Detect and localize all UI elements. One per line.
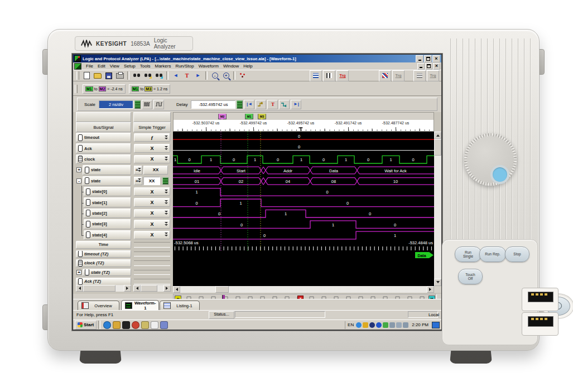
scroll-right-button[interactable] [124,285,131,292]
scroll-right-button[interactable] [163,285,171,292]
new-file-button[interactable] [81,71,92,80]
trigger-value-button[interactable]: X [134,155,170,163]
menu-item-view[interactable]: View [108,64,122,69]
signal-label-button-state4[interactable]: state[4] [84,230,131,240]
scroll-right-button[interactable] [427,286,434,293]
run-status-button[interactable] [379,70,391,81]
next-marker-button[interactable]: ► [193,71,203,80]
menu-item-tools[interactable]: Tools [138,64,153,69]
waveform-canvas[interactable]: 00101010101010IdleStartAddrDataWait for … [173,132,434,286]
prev-edge-button[interactable] [256,100,266,109]
dropdown-chevron-icon[interactable] [165,190,168,194]
trigger-scrollbar[interactable] [133,285,171,292]
tab-listing-1[interactable]: Listing-1 [160,301,200,310]
dropdown-chevron-icon[interactable] [165,233,168,237]
trigger-value-button[interactable]: X [134,220,170,228]
scroll-left-button[interactable] [133,285,141,292]
trigger-disabled-button-2[interactable]: Trg [427,70,439,81]
toolbar-grip[interactable] [76,71,79,80]
signal-label-button-state2[interactable]: state[2] [84,209,131,218]
find-prev-button[interactable] [154,71,164,80]
shield-icon[interactable] [363,322,368,328]
signal-label-button-Time[interactable]: Time [76,241,131,249]
scroll-thumb[interactable] [215,286,229,293]
scroll-left-button[interactable] [76,285,83,292]
goto-begin-button[interactable]: |◄ [244,100,254,109]
child-close-button[interactable] [433,63,440,70]
dropdown-chevron-icon[interactable] [165,200,168,205]
trigger-pattern-button[interactable]: XX [143,166,168,174]
zoom-out-button[interactable]: - [210,71,220,80]
expand-plus-icon[interactable]: + [76,167,81,172]
folder-icon[interactable] [113,321,121,329]
trigger-value-button[interactable]: X [134,231,170,239]
internet-explorer-icon[interactable] [103,321,111,329]
flag-icon[interactable] [389,322,395,328]
signal-label-button-clockTZ[interactable]: clock (TZ) [76,259,131,267]
scroll-thumb[interactable] [141,285,157,292]
status-button[interactable]: Status... [209,311,234,319]
signal-label-button-timeoutTZ[interactable]: timeout (TZ) [76,250,131,258]
menu-item-help[interactable]: Help [241,64,254,69]
usb-icon[interactable] [383,322,388,328]
update-icon[interactable] [356,322,362,328]
tab-waveform-1[interactable]: Waveform-1 [121,300,159,310]
display-icon[interactable] [432,322,440,328]
prev-marker-button[interactable]: ◄ [171,71,181,80]
save-button[interactable] [104,71,114,80]
signal-label-button-state[interactable]: state [83,176,131,186]
list-tool-button[interactable] [413,70,426,81]
goto-end-button[interactable]: ►| [291,100,301,109]
dropdown-chevron-icon[interactable] [165,222,168,226]
signal-label-button-clock[interactable]: clock [76,154,131,164]
goto-trigger-delay-button[interactable]: T [267,100,278,109]
trigger-value-button[interactable]: X [134,198,170,206]
signal-label-button-stateTZ[interactable]: state (TZ) [83,269,131,277]
signal-label-button-state1[interactable]: state[1] [84,197,131,207]
collapse-minus-icon[interactable]: - [76,178,81,183]
marker-tag-m2[interactable]: M2 [218,114,227,119]
window-icon[interactable] [151,321,158,329]
delay-input[interactable]: -532.495742 us [191,100,235,109]
signal-label-button-state[interactable]: state [83,165,131,175]
dropdown-chevron-icon[interactable] [138,178,141,183]
menu-item-markers[interactable]: Markers [152,64,173,69]
dropdown-chevron-icon[interactable] [165,211,168,215]
vertical-scrollbar[interactable] [434,132,441,286]
expand-scale-button[interactable] [142,100,152,109]
open-file-button[interactable] [93,71,103,80]
messenger-icon[interactable] [376,322,382,328]
close-button[interactable] [432,55,440,62]
menu-item-setup[interactable]: Setup [122,64,138,69]
dropdown-chevron-icon[interactable] [165,135,168,140]
browser-icon[interactable] [132,321,139,329]
start-button[interactable]: Start [75,321,97,330]
delay-keypad-button[interactable] [237,100,243,109]
find-button[interactable] [132,71,142,80]
signal-label-button-timeout[interactable]: timeout [76,133,131,142]
equals-operator-button[interactable]: = [134,177,142,185]
scatter-tool-button[interactable] [238,71,248,80]
dropdown-chevron-icon[interactable] [165,157,168,161]
signal-label-button-Ack[interactable]: Ack [76,143,131,153]
equals-operator-button[interactable]: = [134,166,142,174]
scroll-thumb[interactable] [434,139,441,156]
trigger-value-button[interactable]: X [134,187,170,196]
menu-item-edit[interactable]: Edit [95,64,108,69]
setup-status-button[interactable] [310,70,322,81]
network-icon[interactable] [396,322,402,328]
next-edge-button[interactable] [279,100,290,109]
trigger-value-button[interactable]: ƒ [134,133,170,142]
trigger-setup-button[interactable]: Trg [336,70,349,81]
scroll-up-button[interactable] [434,132,441,139]
menu-item-window[interactable]: Window [221,64,241,69]
bus-signal-scrollbar[interactable] [76,285,131,292]
scale-input[interactable]: 2 ns/div [99,100,133,109]
scroll-thumb[interactable] [83,285,115,292]
minimize-button[interactable] [416,55,423,62]
trigger-disabled-button[interactable]: Trg [392,70,405,81]
scroll-left-button[interactable] [173,286,180,293]
dropdown-chevron-icon[interactable] [138,168,141,172]
signal-label-button-state3[interactable]: state[3] [84,219,131,229]
expand-plus-icon[interactable]: + [76,270,81,275]
